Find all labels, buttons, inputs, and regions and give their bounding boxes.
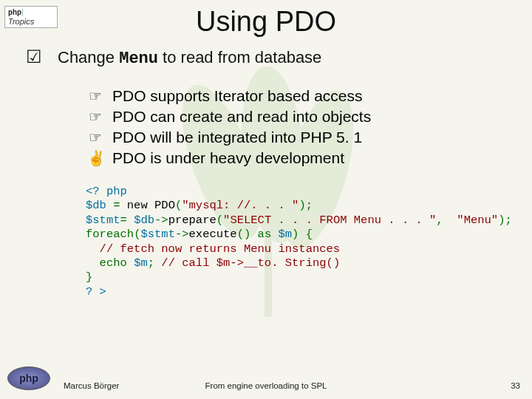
sub-bullet-list: ☞ PDO supports Iterator based access ☞ P… [87,87,532,167]
code-token: -> [175,228,189,241]
main-point-text: Change Menu to read from database [58,48,321,68]
code-token: $stmt [86,214,120,227]
code-token: () as [237,228,279,241]
pointer-icon: ☞ [87,87,103,105]
code-token: "mysql: //. . . " [182,199,299,212]
slide-footer: php Marcus Börger From engine overloadin… [0,366,532,390]
code-token: $stmt [140,228,175,241]
main-menu-word: Menu [119,50,158,68]
code-block: <? php $db = new PDO("mysql: //. . . ");… [86,185,532,299]
list-item: ☞ PDO will be integrated into PHP 5. 1 [87,129,532,146]
php-logo-text: php [19,372,38,384]
code-token: ; [148,256,162,270]
php-logo-icon: php [7,366,50,390]
main-point-row: ☑ Change Menu to read from database [25,48,532,68]
peace-icon: ✌ [87,149,103,167]
code-token: = [120,214,134,227]
code-token: $db [134,214,154,227]
list-item-text: PDO is under heavy development [112,149,344,167]
list-item-text: PDO supports Iterator based access [112,87,363,105]
code-token: execute [189,228,237,241]
code-line: <? php [86,185,127,198]
slide-content: ☑ Change Menu to read from database ☞ PD… [0,38,532,299]
code-token: // call $m->__to. String() [161,256,340,270]
code-token: new [127,199,154,212]
list-item: ☞ PDO can create and read into objects [87,108,532,126]
list-item: ☞ PDO supports Iterator based access [87,87,532,105]
code-token: echo [86,256,134,270]
footer-title: From engine overloading to SPL [205,381,327,390]
code-token: prepare [168,214,216,227]
code-line: } [86,270,92,284]
footer-author: Marcus Börger [64,381,119,390]
pointer-icon: ☞ [87,129,103,146]
code-token: "Menu" [457,214,498,227]
code-token: foreach [86,228,134,241]
code-token: $db [86,199,106,212]
list-item-text: PDO will be integrated into PHP 5. 1 [112,129,362,146]
list-item: ✌ PDO is under heavy development [87,149,532,167]
code-token: , [436,214,457,227]
code-token: ( [175,199,182,212]
code-token: = [106,199,127,212]
code-token: $m [279,228,293,241]
slide-title: Using PDO [0,6,532,38]
code-token: -> [154,214,168,227]
code-token: ); [299,199,313,212]
code-token: $m [134,256,148,270]
code-line: // fetch now returns Menu instances [86,242,340,256]
code-token: ( [216,214,223,227]
check-icon: ☑ [25,48,43,66]
list-item-text: PDO can create and read into objects [112,108,371,126]
code-line: ? > [86,285,106,299]
code-token: "SELECT . . . FROM Menu . . . " [223,214,436,227]
code-token: PDO [154,199,175,212]
pointer-icon: ☞ [87,108,103,126]
footer-page-number: 33 [511,381,520,390]
main-text-before: Change [58,48,119,66]
code-token: ); [498,214,512,227]
main-text-after: to read from database [158,48,321,66]
code-token: ) { [292,228,313,241]
